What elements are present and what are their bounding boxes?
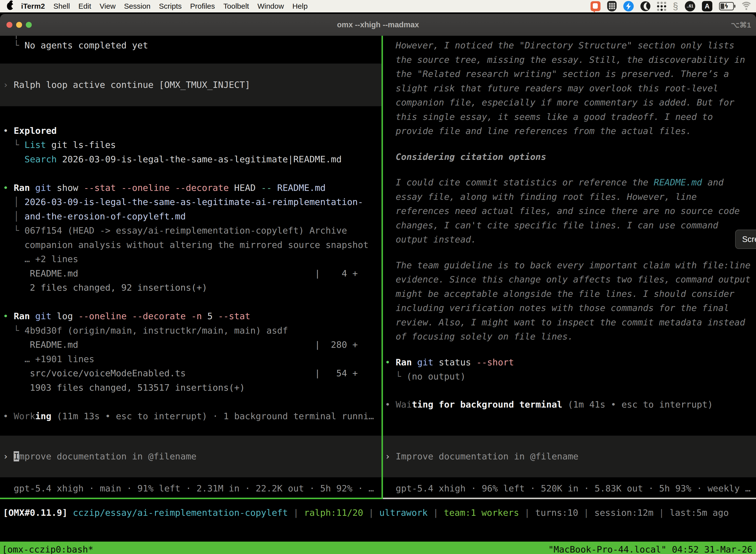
terminal-line: gpt-5.4 xhigh · main · 91% left · 2.31M … bbox=[0, 481, 381, 496]
terminal-line bbox=[0, 166, 381, 181]
terminal-line: output instead. bbox=[383, 232, 756, 247]
app-menus: iTerm2ShellEditViewSessionScriptsProfile… bbox=[17, 2, 312, 10]
dots-grid-icon[interactable] bbox=[657, 2, 666, 11]
left-terminal-pane[interactable]: └ No agents completed yet › Ralph loop a… bbox=[0, 36, 381, 498]
terminal-line: including verification notes with those … bbox=[383, 301, 756, 315]
shield-grid-icon[interactable] bbox=[607, 1, 617, 11]
prompt-input-right-text: › Improve documentation in @filename bbox=[383, 449, 756, 464]
terminal-line: … +2 lines bbox=[0, 252, 381, 266]
battery-fill bbox=[720, 3, 724, 9]
terminal-line: › Ralph loop active continue [OMX_TMUX_I… bbox=[0, 78, 381, 92]
battery-charging-bolt: ϟ bbox=[724, 3, 729, 10]
terminal-line: companion analysis without altering the … bbox=[0, 238, 381, 252]
terminal-line: of focusing solely on file lines. bbox=[383, 329, 756, 344]
prompt-input-left[interactable]: › Improve documentation in @filename bbox=[0, 436, 381, 477]
terminal-line: evidence. Since this change only affects… bbox=[383, 272, 756, 287]
menu-item-profiles[interactable]: Profiles bbox=[186, 2, 219, 10]
terminal-line: • Ran git status --short bbox=[383, 355, 756, 370]
terminal-line: └ 4b9d30f (origin/main, instructkr/main,… bbox=[0, 323, 381, 338]
terminal-line: • Waiting for background terminal (1m 41… bbox=[383, 397, 756, 412]
menu-item-scripts[interactable]: Scripts bbox=[155, 2, 186, 10]
ralph-loop-text: › Ralph loop active continue [OMX_TMUX_I… bbox=[0, 78, 381, 92]
terminal-panes: └ No agents completed yet › Ralph loop a… bbox=[0, 36, 756, 498]
menu-item-view[interactable]: View bbox=[96, 2, 120, 10]
menu-item-edit[interactable]: Edit bbox=[74, 2, 96, 10]
terminal-line: gpt-5.4 xhigh · 96% left · 520K in · 5.8… bbox=[383, 481, 756, 496]
terminal-line: › Improve documentation in @filename bbox=[383, 449, 756, 464]
wifi-icon[interactable] bbox=[741, 2, 752, 11]
menu-item-window[interactable]: Window bbox=[253, 2, 288, 10]
menu-item-shell[interactable]: Shell bbox=[49, 2, 74, 10]
usage-badge-icon[interactable]: ..61 bbox=[685, 1, 695, 11]
terminal-line: essay file, along with finding root file… bbox=[383, 189, 756, 204]
terminal-line: src/voice/voiceModeEnabled.ts | 54 + bbox=[0, 366, 381, 381]
menu-item-iterm2[interactable]: iTerm2 bbox=[17, 2, 49, 10]
right-terminal-pane[interactable]: However, I noticed the "Directory Struct… bbox=[383, 36, 756, 498]
terminal-line: • Ran git log --oneline --decorate -n 5 … bbox=[0, 309, 381, 323]
menu-item-help[interactable]: Help bbox=[288, 2, 312, 10]
terminal-line: However, I noticed the "Directory Struct… bbox=[383, 38, 756, 53]
tree-connector-fragment bbox=[16, 36, 17, 39]
terminal-line: └ (no output) bbox=[383, 369, 756, 384]
terminal-line: … +1901 lines bbox=[0, 352, 381, 366]
terminal-line: README.md | 280 + bbox=[0, 338, 381, 352]
terminal-line: might be acceptable alongside the file l… bbox=[383, 287, 756, 301]
terminal-line: review. Also, I might want to inspect th… bbox=[383, 315, 756, 330]
left-transcript: • Explored └ List git ls-files Search 20… bbox=[0, 124, 381, 424]
right-transcript: However, I noticed the "Directory Struct… bbox=[383, 38, 756, 411]
right-model-statusline: gpt-5.4 xhigh · 96% left · 520K in · 5.8… bbox=[383, 481, 756, 496]
messenger-icon[interactable] bbox=[623, 1, 634, 11]
window-shortcut-badge: ⌥⌘1 bbox=[731, 14, 751, 36]
keyboard-layout-icon[interactable]: A bbox=[702, 1, 712, 11]
terminal-line: The team guideline is to back every impo… bbox=[383, 258, 756, 273]
terminal-line: └ List git ls-files bbox=[0, 138, 381, 152]
terminal-line: the "Related research writing" section i… bbox=[383, 67, 756, 81]
terminal-line: 1903 files changed, 513517 insertions(+) bbox=[0, 381, 381, 395]
terminal-line bbox=[0, 295, 381, 309]
active-pane-border bbox=[0, 498, 383, 499]
terminal-line: • Explored bbox=[0, 124, 381, 138]
spacer bbox=[383, 344, 756, 355]
window-titlebar[interactable]: omx --xhigh --madmax ⌥⌘1 bbox=[0, 14, 756, 36]
terminal-line: │ 2026-03-09-is-legal-the-same-as-legiti… bbox=[0, 195, 381, 209]
spacer bbox=[383, 138, 756, 150]
terminal-line: README.md | 4 + bbox=[0, 266, 381, 281]
ralph-loop-banner: › Ralph loop active continue [OMX_TMUX_I… bbox=[0, 63, 381, 106]
tmux-status-bar[interactable]: [omx-cczip0:bash* "MacBook-Pro-44.local"… bbox=[0, 542, 756, 554]
terminal-line: slight risk that future readers may over… bbox=[383, 81, 756, 96]
prompt-input-right[interactable]: › Improve documentation in @filename bbox=[383, 436, 756, 477]
terminal-line: └ No agents completed yet bbox=[0, 38, 381, 53]
apple-menu-icon[interactable] bbox=[7, 2, 13, 10]
tmux-session-label: [omx-cczip0:bash* bbox=[2, 544, 93, 554]
spacer bbox=[383, 384, 756, 397]
pie-chart-icon[interactable] bbox=[640, 1, 650, 11]
pane-bottom-border bbox=[0, 498, 756, 499]
terminal-line: changes, I can't cite specific file line… bbox=[383, 218, 756, 233]
tmux-host-clock: "MacBook-Pro-44.local" 04:52 31-Mar-26 bbox=[548, 544, 753, 554]
menu-bar: iTerm2ShellEditViewSessionScriptsProfile… bbox=[0, 0, 756, 12]
terminal-line: • Ran git show --stat --oneline --decora… bbox=[0, 181, 381, 195]
squiggle-icon[interactable]: § bbox=[673, 1, 678, 11]
terminal-line: └ 067f154 (HEAD -> essay/ai-reimplementa… bbox=[0, 223, 381, 238]
window-title: omx --xhigh --madmax bbox=[0, 14, 756, 36]
chat-app-menubar-icon[interactable] bbox=[590, 1, 601, 11]
left-model-statusline: gpt-5.4 xhigh · main · 91% left · 2.31M … bbox=[0, 481, 381, 496]
battery-icon[interactable]: ϟ bbox=[719, 2, 734, 10]
terminal-line: references need actual files, and since … bbox=[383, 204, 756, 218]
spacer bbox=[383, 247, 756, 258]
terminal-line: 2 files changed, 92 insertions(+) bbox=[0, 280, 381, 295]
menu-item-session[interactable]: Session bbox=[120, 2, 155, 10]
terminal-line: provide file and line references from th… bbox=[383, 124, 756, 138]
iterm-window: omx --xhigh --madmax ⌥⌘1 └ No agents com… bbox=[0, 14, 756, 554]
terminal-line: this single essay, it seems like a good … bbox=[383, 110, 756, 124]
agents-status-lines: └ No agents completed yet bbox=[0, 38, 381, 53]
terminal-line: Considering citation options bbox=[383, 150, 756, 164]
terminal-line: the source tree, missing the essay. Stil… bbox=[383, 53, 756, 67]
terminal-line bbox=[0, 395, 381, 409]
menu-item-toolbelt[interactable]: Toolbelt bbox=[219, 2, 253, 10]
terminal-line: › Improve documentation in @filename bbox=[0, 449, 381, 464]
prompt-input-left-text: › Improve documentation in @filename bbox=[0, 449, 381, 464]
terminal-line: Search 2026-03-09-is-legal-the-same-as-l… bbox=[0, 152, 381, 167]
inactive-pane-border bbox=[383, 498, 756, 499]
terminal-line: • Working (11m 13s • esc to interrupt) ·… bbox=[0, 409, 381, 424]
